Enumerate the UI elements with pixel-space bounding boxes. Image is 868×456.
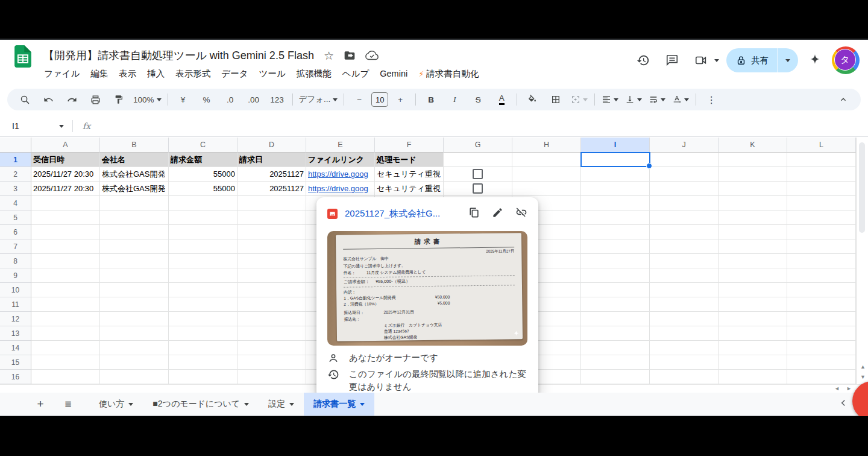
cell-J11[interactable] [650, 297, 719, 312]
zoom-select[interactable]: 100% [131, 91, 164, 108]
cell-K7[interactable] [719, 239, 787, 254]
italic-button[interactable]: I [443, 91, 466, 108]
cell-H3[interactable] [512, 182, 581, 196]
cell-C12[interactable] [169, 312, 237, 326]
sheet-tab-2[interactable]: ■2つのモードについて [143, 393, 259, 416]
cell-B2[interactable]: 株式会社GAS開発 [100, 167, 169, 182]
cell-A12[interactable] [31, 312, 100, 326]
cell-B12[interactable] [100, 312, 169, 326]
scroll-right-icon[interactable]: ► [846, 385, 852, 391]
cell-B3[interactable]: 株式会社GAS開発 [100, 182, 169, 196]
cell-G3[interactable] [444, 182, 512, 196]
gemini-sparkle-icon[interactable] [803, 48, 827, 72]
cell-B6[interactable] [100, 225, 169, 239]
column-header-L[interactable]: L [787, 138, 856, 153]
checkbox[interactable] [473, 169, 483, 179]
cell-K1[interactable] [719, 153, 787, 167]
row-header-12[interactable]: 12 [0, 312, 31, 326]
move-folder-icon[interactable] [344, 49, 356, 62]
cell-A13[interactable] [31, 326, 100, 341]
paint-format-button[interactable] [107, 91, 130, 108]
text-rotation-button[interactable] [669, 91, 692, 108]
cell-K10[interactable] [719, 283, 787, 297]
borders-button[interactable] [544, 91, 567, 108]
cell-D3[interactable]: 20251127 [237, 182, 306, 196]
cell-A2[interactable]: 2025/11/27 20:30 [31, 167, 100, 182]
cell-D5[interactable] [237, 211, 306, 225]
column-header-J[interactable]: J [650, 138, 719, 153]
row-header-4[interactable]: 4 [0, 196, 31, 211]
unlink-icon[interactable] [515, 206, 527, 221]
cell-C16[interactable] [169, 370, 237, 384]
cell-A1[interactable]: 受信日時 [31, 153, 100, 167]
sheets-logo-icon[interactable] [14, 45, 31, 70]
row-header-8[interactable]: 8 [0, 254, 31, 268]
file-link-title[interactable]: 20251127_株式会社G... [345, 208, 461, 220]
version-history-icon[interactable] [631, 48, 655, 72]
cell-I4[interactable] [581, 196, 650, 211]
cell-C13[interactable] [169, 326, 237, 341]
cell-C3[interactable]: 55000 [169, 182, 237, 196]
row-header-14[interactable]: 14 [0, 341, 31, 355]
cell-D7[interactable] [237, 239, 306, 254]
row-header-5[interactable]: 5 [0, 211, 31, 225]
edit-icon[interactable] [492, 207, 503, 221]
cell-I11[interactable] [581, 297, 650, 312]
cell-I10[interactable] [581, 283, 650, 297]
scroll-left-icon[interactable]: ◄ [834, 385, 840, 391]
cell-L14[interactable] [787, 341, 856, 355]
cell-A11[interactable] [31, 297, 100, 312]
cell-D6[interactable] [237, 225, 306, 239]
menu-item-custom[interactable]: ⚡請求書自動化 [413, 66, 484, 82]
row-header-11[interactable]: 11 [0, 297, 31, 312]
cell-L3[interactable] [787, 182, 856, 196]
cell-K14[interactable] [719, 341, 787, 355]
cell-K13[interactable] [719, 326, 787, 341]
more-toolbar-button[interactable]: ⋮ [700, 91, 723, 108]
cell-D9[interactable] [237, 268, 306, 283]
format-percent-button[interactable]: % [195, 91, 218, 108]
sheet-tab-3[interactable]: 設定 [259, 393, 304, 416]
menu-item-7[interactable]: ツール [254, 66, 291, 82]
column-header-B[interactable]: B [100, 138, 169, 153]
cell-C7[interactable] [169, 239, 237, 254]
cell-H2[interactable] [512, 167, 581, 182]
all-sheets-button[interactable]: ≡ [58, 394, 78, 414]
meet-video-icon[interactable] [689, 48, 713, 72]
strikethrough-button[interactable]: S [467, 91, 489, 108]
cell-K3[interactable] [719, 182, 787, 196]
cell-G2[interactable] [444, 167, 512, 182]
cell-J10[interactable] [650, 283, 719, 297]
menu-item-10[interactable]: Gemini [374, 66, 413, 81]
cell-I15[interactable] [581, 355, 650, 370]
cell-A14[interactable] [31, 341, 100, 355]
cell-J7[interactable] [650, 239, 719, 254]
cell-L9[interactable] [787, 268, 856, 283]
name-box[interactable]: I1 [8, 121, 68, 131]
cell-B8[interactable] [100, 254, 169, 268]
scroll-up-icon[interactable]: ▲ [860, 364, 866, 370]
cell-J9[interactable] [650, 268, 719, 283]
chevron-down-icon[interactable] [714, 59, 719, 62]
cell-K4[interactable] [719, 196, 787, 211]
cell-A15[interactable] [31, 355, 100, 370]
row-header-7[interactable]: 7 [0, 239, 31, 254]
cell-I8[interactable] [581, 254, 650, 268]
cell-B13[interactable] [100, 326, 169, 341]
sheet-tab-4[interactable]: 請求書一覧 [304, 393, 374, 416]
cell-L15[interactable] [787, 355, 856, 370]
increase-decimal-button[interactable]: .00 [242, 91, 265, 108]
select-all-corner[interactable] [0, 138, 31, 153]
cell-K8[interactable] [719, 254, 787, 268]
row-header-10[interactable]: 10 [0, 283, 31, 297]
cell-F2[interactable]: セキュリティ重視 [375, 167, 444, 182]
cell-F3[interactable]: セキュリティ重視 [375, 182, 444, 196]
row-header-15[interactable]: 15 [0, 355, 31, 370]
cell-B11[interactable] [100, 297, 169, 312]
cell-B5[interactable] [100, 211, 169, 225]
cell-K6[interactable] [719, 225, 787, 239]
cell-C6[interactable] [169, 225, 237, 239]
cell-F1[interactable]: 処理モード [375, 153, 444, 167]
cell-D11[interactable] [237, 297, 306, 312]
cell-I9[interactable] [581, 268, 650, 283]
